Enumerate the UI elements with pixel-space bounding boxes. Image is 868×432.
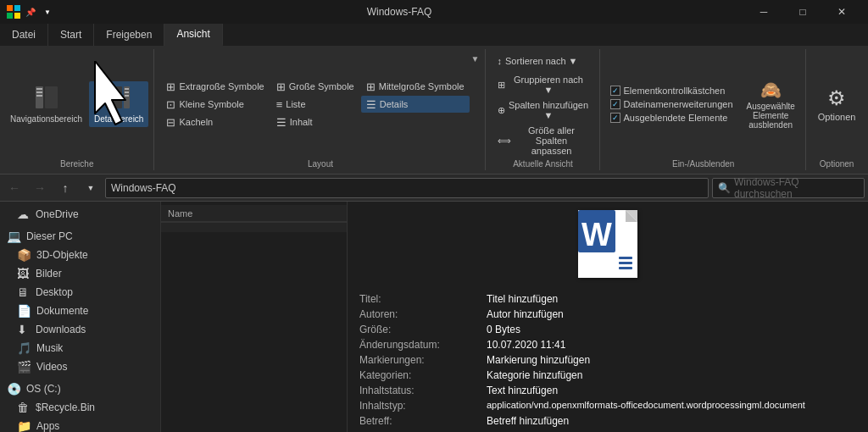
videos-icon: 🎬	[17, 360, 31, 374]
detail-row-grosse: Größe: 0 Bytes	[359, 322, 856, 337]
liste-label: Liste	[286, 99, 305, 109]
file-preview: W	[359, 210, 856, 278]
sidebar-item-os-c[interactable]: 💿 OS (C:)	[0, 379, 160, 398]
sidebar-item-apps[interactable]: 📁 Apps	[0, 417, 160, 432]
main-area: ☁ OneDrive 💻 Dieser PC 📦 3D-Objekte 🖼 Bi…	[0, 202, 868, 432]
name-col-header[interactable]: Name	[168, 208, 340, 219]
details-button[interactable]: ☰ Details	[361, 96, 470, 113]
3d-label: 3D-Objekte	[36, 249, 88, 261]
ribbon-group-einausblenden: ✓ Elementkontrollkästchen ✓ Dateinamener…	[602, 49, 806, 170]
anpassen-icon: ⟺	[498, 136, 511, 147]
dieser-pc-label: Dieser PC	[26, 230, 73, 242]
elementkontrollkasten-checkbox[interactable]: ✓ Elementkontrollkästchen	[607, 85, 737, 97]
maximize-button[interactable]: □	[783, 0, 822, 24]
optionen-group-label: Optionen	[820, 159, 854, 169]
grosse-label: Größe:	[359, 324, 487, 335]
details-icon: ☰	[366, 98, 376, 111]
sidebar-item-recycle-bin[interactable]: 🗑 $Recycle.Bin	[0, 398, 160, 417]
ausgewahlte-ausblenden-button[interactable]: 🙈 Ausgewählte Elemente ausblenden	[742, 77, 800, 132]
os-c-icon: 💿	[7, 382, 21, 396]
up-button[interactable]: ↑	[54, 177, 76, 199]
mittel-label: Mittelgroße Symbole	[379, 81, 465, 91]
kacheln-label: Kacheln	[179, 117, 213, 127]
dateinamenerweiterungen-checkbox[interactable]: ✓ Dateinamenerweiterungen	[607, 98, 737, 110]
svg-rect-6	[36, 88, 42, 90]
layout-col3: ⊞ Mittelgroße Symbole ☰ Details	[361, 78, 470, 130]
tab-datei[interactable]: Datei	[0, 24, 48, 46]
desktop-icon: 🖥	[17, 285, 31, 299]
liste-button[interactable]: ≡ Liste	[271, 96, 359, 113]
search-bar[interactable]: 🔍 Windows-FAQ durchsuchen	[712, 178, 865, 198]
onedrive-icon: ☁	[17, 208, 31, 221]
einaus-content: ✓ Elementkontrollkästchen ✓ Dateinamener…	[607, 51, 800, 158]
sidebar-item-downloads[interactable]: ⬇ Downloads	[0, 320, 160, 339]
spalten-hinzufugen-button[interactable]: ⊕ Spalten hinzufügen ▼	[492, 98, 594, 122]
tab-ansicht[interactable]: Ansicht	[164, 24, 222, 46]
mittelgrosse-symbole-button[interactable]: ⊞ Mittelgroße Symbole	[361, 78, 470, 95]
apps-label: Apps	[36, 420, 59, 432]
markierungen-label: Markierungen:	[359, 354, 487, 366]
layout-more-icon[interactable]: ▼	[471, 54, 480, 64]
svg-rect-11	[125, 88, 129, 90]
kleine-symbole-button[interactable]: ⊡ Kleine Symbole	[161, 96, 269, 113]
gruppieren-nach-button[interactable]: ⊞ Gruppieren nach ▼	[492, 73, 594, 97]
forward-button[interactable]: →	[29, 177, 51, 199]
svg-rect-3	[14, 13, 20, 19]
optionen-content: ⚙ Optionen	[813, 51, 861, 158]
grosse-icon: ⊞	[276, 80, 286, 93]
svg-rect-2	[7, 13, 13, 19]
markierungen-value: Markierung hinzufügen	[487, 354, 856, 366]
svg-text:W: W	[581, 217, 612, 252]
sidebar-item-bilder[interactable]: 🖼 Bilder	[0, 264, 160, 283]
word-file-icon: W	[578, 210, 637, 278]
sidebar-item-dieser-pc[interactable]: 💻 Dieser PC	[0, 227, 160, 246]
anderung-value: 10.07.2020 11:41	[487, 339, 856, 351]
aktuelle-group-label: Aktuelle Ansicht	[513, 159, 573, 169]
layout-col2: ⊞ Große Symbole ≡ Liste ☰ Inhalt	[271, 78, 359, 130]
svg-rect-13	[125, 95, 129, 97]
extragrosse-symbole-button[interactable]: ⊞ Extragroße Symbole	[161, 78, 269, 95]
bereiche-buttons: Navigationsbereich Detailbereich	[5, 51, 148, 158]
tab-start[interactable]: Start	[48, 24, 94, 46]
cb-elementkontrollkasten: ✓	[610, 86, 620, 96]
svg-rect-1	[14, 5, 20, 11]
close-button[interactable]: ✕	[822, 0, 861, 24]
grosse-symbole-button[interactable]: ⊞ Große Symbole	[271, 78, 359, 95]
bilder-label: Bilder	[36, 268, 62, 280]
sidebar-item-desktop[interactable]: 🖥 Desktop	[0, 283, 160, 302]
ribbon-tabs[interactable]: Datei Start Freigeben Ansicht	[0, 24, 868, 46]
sidebar-item-musik[interactable]: 🎵 Musik	[0, 339, 160, 357]
back-button[interactable]: ←	[3, 177, 25, 199]
tab-freigeben[interactable]: Freigeben	[94, 24, 164, 46]
recent-button[interactable]: ▼	[80, 177, 102, 199]
kacheln-button[interactable]: ⊟ Kacheln	[161, 114, 269, 130]
detailbereich-button[interactable]: Detailbereich	[89, 81, 148, 127]
inhalt-button[interactable]: ☰ Inhalt	[271, 114, 359, 130]
ribbon-group-bereiche: Navigationsbereich Detailbereich	[0, 49, 154, 170]
minimize-button[interactable]: ─	[744, 0, 783, 24]
kategorien-label: Kategorien:	[359, 369, 487, 381]
dokumente-label: Dokumente	[36, 305, 88, 317]
address-bar[interactable]: Windows-FAQ	[105, 178, 709, 198]
svg-rect-21	[619, 267, 632, 269]
svg-rect-0	[7, 5, 13, 11]
einaus-group-label: Ein-/Ausblenden	[672, 159, 734, 169]
ribbon-group-optionen: ⚙ Optionen Optionen	[808, 49, 866, 170]
grosse-anpassen-button[interactable]: ⟺ Größe aller Spalten anpassen	[492, 124, 594, 158]
navigationsbereich-button[interactable]: Navigationsbereich	[5, 81, 87, 127]
window-controls[interactable]: ─ □ ✕	[744, 0, 861, 24]
ausgeblendete-elemente-checkbox[interactable]: ✓ Ausgeblendete Elemente	[607, 112, 737, 124]
sortieren-nach-button[interactable]: ↕ Sortieren nach ▼	[492, 51, 594, 71]
optionen-button[interactable]: ⚙ Optionen	[813, 81, 861, 127]
bereiche-group-label: Bereiche	[60, 159, 93, 169]
detail-icon	[107, 86, 131, 113]
address-text: Windows-FAQ	[111, 182, 176, 194]
titel-label: Titel:	[359, 293, 487, 305]
sidebar-item-onedrive[interactable]: ☁ OneDrive	[0, 205, 160, 224]
sidebar-item-dokumente[interactable]: 📄 Dokumente	[0, 302, 160, 320]
anderung-label: Änderungsdatum:	[359, 339, 487, 351]
sidebar-item-videos[interactable]: 🎬 Videos	[0, 357, 160, 376]
autoren-label: Autoren:	[359, 308, 487, 320]
sidebar-item-3d-objekte[interactable]: 📦 3D-Objekte	[0, 246, 160, 264]
downloads-label: Downloads	[36, 324, 86, 335]
